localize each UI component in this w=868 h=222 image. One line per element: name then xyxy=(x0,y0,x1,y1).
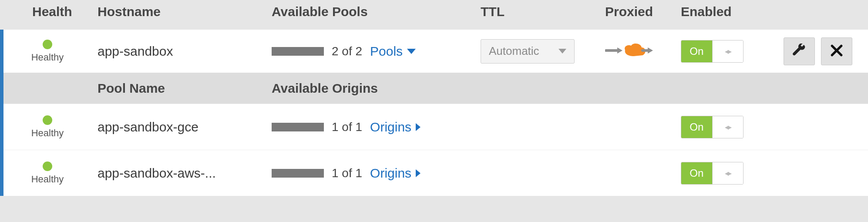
health-status-label: Healthy xyxy=(31,128,64,139)
actions-cell xyxy=(740,37,868,65)
col-header-hostname: Hostname xyxy=(91,4,266,19)
col-header-available-pools: Available Pools xyxy=(266,4,474,19)
load-balancer-table: Health Hostname Available Pools TTL Prox… xyxy=(0,0,868,196)
col-header-available-origins: Available Origins xyxy=(266,81,474,96)
wrench-icon xyxy=(792,44,806,59)
col-header-health: Health xyxy=(0,4,91,19)
enabled-cell: On ◂▸ xyxy=(675,40,740,63)
svg-marker-1 xyxy=(617,47,622,54)
origins-expand-link[interactable]: Origins xyxy=(370,120,421,135)
origins-link-text: Origins xyxy=(370,166,411,181)
hostname-cell: app-sandbox xyxy=(91,44,266,59)
pool-name-cell: app-sandbox-gce xyxy=(91,120,266,135)
health-status-label: Healthy xyxy=(31,174,64,185)
health-cell: Healthy xyxy=(3,161,91,185)
caret-down-icon xyxy=(407,49,416,54)
close-icon xyxy=(830,44,844,59)
progress-bar xyxy=(272,169,324,178)
available-origins-cell: 1 of 1 Origins xyxy=(266,120,474,135)
toggle-on-label: On xyxy=(681,162,713,184)
available-pools-count: 2 of 2 xyxy=(332,44,362,58)
pool-row: Healthy app-sandbox-aws-... 1 of 1 Origi… xyxy=(3,150,868,196)
col-header-ttl: TTL xyxy=(474,4,605,19)
available-origins-count: 1 of 1 xyxy=(332,120,362,134)
expanded-section: Healthy app-sandbox 2 of 2 Pools Automat… xyxy=(0,30,868,196)
pool-name-cell: app-sandbox-aws-... xyxy=(91,166,266,181)
progress-bar xyxy=(272,47,324,56)
enabled-cell: On ◂▸ xyxy=(675,162,740,185)
health-cell: Healthy xyxy=(3,115,91,139)
toggle-on-label: On xyxy=(681,40,713,62)
ttl-cell: Automatic xyxy=(474,39,605,64)
pools-expand-link[interactable]: Pools xyxy=(370,44,416,59)
load-balancer-row: Healthy app-sandbox 2 of 2 Pools Automat… xyxy=(3,30,868,73)
health-cell: Healthy xyxy=(3,40,91,63)
pool-row: Healthy app-sandbox-gce 1 of 1 Origins O… xyxy=(3,104,868,150)
available-origins-cell: 1 of 1 Origins xyxy=(266,166,474,181)
origins-link-text: Origins xyxy=(370,120,411,135)
pools-link-text: Pools xyxy=(370,44,403,59)
pool-sub-header-row: Pool Name Available Origins xyxy=(3,73,868,104)
health-indicator-icon xyxy=(43,161,52,171)
caret-right-icon xyxy=(416,169,421,177)
toggle-handle: ◂▸ xyxy=(713,162,744,184)
delete-button[interactable] xyxy=(821,37,852,65)
cloud-proxied-icon[interactable] xyxy=(605,40,653,62)
available-origins-count: 1 of 1 xyxy=(332,166,362,180)
available-pools-cell: 2 of 2 Pools xyxy=(266,44,474,59)
enabled-toggle[interactable]: On ◂▸ xyxy=(681,162,744,185)
edit-button[interactable] xyxy=(784,37,815,65)
caret-right-icon xyxy=(416,123,421,131)
progress-bar xyxy=(272,123,324,131)
enabled-toggle[interactable]: On ◂▸ xyxy=(681,40,744,63)
table-header-row: Health Hostname Available Pools TTL Prox… xyxy=(0,0,868,30)
health-indicator-icon xyxy=(43,115,52,125)
enabled-toggle[interactable]: On ◂▸ xyxy=(681,116,744,138)
toggle-on-label: On xyxy=(681,116,713,138)
col-header-pool-name: Pool Name xyxy=(91,81,266,96)
enabled-cell: On ◂▸ xyxy=(675,116,740,138)
toggle-handle: ◂▸ xyxy=(713,40,744,62)
ttl-select[interactable]: Automatic xyxy=(481,39,575,64)
svg-marker-3 xyxy=(648,47,653,54)
origins-expand-link[interactable]: Origins xyxy=(370,166,421,181)
health-status-label: Healthy xyxy=(31,52,64,63)
col-header-enabled: Enabled xyxy=(675,4,740,19)
health-indicator-icon xyxy=(43,40,52,49)
chevron-down-icon xyxy=(558,49,566,54)
proxied-cell xyxy=(605,40,675,62)
toggle-handle: ◂▸ xyxy=(713,116,744,138)
ttl-selected-value: Automatic xyxy=(489,44,539,58)
col-header-proxied: Proxied xyxy=(605,4,675,19)
